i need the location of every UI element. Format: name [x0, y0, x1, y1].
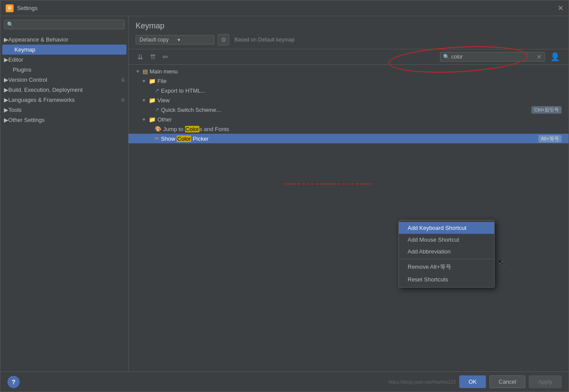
sidebar-item-version-control[interactable]: ▶ Version Control ⎘ [0, 75, 128, 85]
sidebar-item-plugins[interactable]: Plugins [0, 65, 128, 75]
keymap-title: Keymap [136, 21, 562, 31]
collapse-all-button[interactable]: ⇊ [136, 52, 145, 62]
sidebar-item-label-languages: Languages & Frameworks [8, 97, 75, 103]
sidebar-item-appearance[interactable]: ▶ Appearance & Behavior [0, 35, 128, 45]
main-content: Keymap Default copy ▼ ⚙ Based on Default… [129, 16, 569, 371]
sidebar-item-label-other-settings: Other Settings [8, 117, 45, 123]
sidebar-search-input[interactable] [15, 21, 122, 28]
title-bar: ⚙ Settings ✕ [0, 0, 569, 16]
tree-item-label-export-html: Export to HTML... [161, 87, 562, 94]
search-icon: 🔍 [443, 54, 450, 60]
tree-item-export-html[interactable]: ▶ ↗ Export to HTML... [129, 86, 569, 95]
export-html-icon: ↗ [155, 87, 159, 94]
view-folder-icon: 📁 [149, 97, 156, 104]
sidebar: 🔍 ▶ Appearance & Behavior Keymap ▶ Edito… [0, 16, 129, 371]
sidebar-item-build[interactable]: ▶ Build, Execution, Deployment [0, 85, 128, 95]
version-control-arrow-icon: ▶ [4, 76, 8, 83]
build-arrow-icon: ▶ [4, 87, 8, 93]
tree-item-quick-switch[interactable]: ▶ ↗ Quick Switch Scheme... Ctrl+后引号 [129, 105, 569, 114]
sidebar-item-tools[interactable]: ▶ Tools [0, 105, 128, 115]
file-folder-icon: 📁 [149, 78, 156, 84]
sidebar-item-label-plugins: Plugins [13, 66, 31, 73]
tree-item-view[interactable]: ▼ 📁 View [129, 95, 569, 105]
tree-item-label-jump-colors: Jump to Colors and Fonts [163, 126, 562, 132]
sidebar-item-other-settings[interactable]: ▶ Other Settings [0, 115, 128, 125]
tree-item-file[interactable]: ▼ 📁 File [129, 76, 569, 86]
search-input[interactable] [451, 54, 537, 60]
help-button[interactable]: ? [7, 376, 20, 388]
url-label: https://blog.csdn.net/htwhtw123 [388, 379, 456, 385]
sidebar-item-label-tools: Tools [8, 107, 21, 113]
tree-item-label-show-color-picker: Show Color Picker [161, 135, 538, 142]
search-clear-icon[interactable]: ✕ [537, 53, 542, 60]
context-menu-item-reset-shortcuts[interactable]: Reset Shortcuts [399, 274, 494, 285]
sidebar-item-languages[interactable]: ▶ Languages & Frameworks ⎘ [0, 95, 128, 105]
sidebar-item-label-keymap: Keymap [14, 46, 35, 53]
tree-item-label-view: View [157, 97, 562, 104]
tree-item-label-other: Other [157, 116, 562, 123]
jump-colors-icon: 🎨 [155, 126, 161, 132]
tree-item-main-menu[interactable]: ▼ ▤ Main menu [129, 66, 569, 76]
context-menu-separator [399, 259, 494, 259]
tree-item-jump-colors[interactable]: ▶ 🎨 Jump to Colors and Fonts [129, 124, 569, 134]
dropdown-arrow-icon: ▼ [177, 38, 210, 42]
keymap-controls: Default copy ▼ ⚙ Based on Default keymap [136, 34, 562, 45]
file-arrow-icon: ▼ [142, 79, 147, 83]
sidebar-item-label-version-control: Version Control [8, 76, 47, 83]
view-arrow-icon: ▼ [142, 98, 147, 103]
show-color-picker-shortcut-badge: Alt+等号 [538, 135, 562, 142]
editor-arrow-icon: ▶ [4, 56, 8, 63]
keymap-gear-button[interactable]: ⚙ [218, 34, 229, 45]
tree-area: ▼ ▤ Main menu ▼ 📁 File ▶ ↗ Export to HTM… [129, 65, 569, 371]
search-field-container: 🔍 ✕ [440, 52, 545, 62]
cursor-arrow-indicator: ↖ [498, 258, 505, 267]
settings-window: ⚙ Settings ✕ 🔍 ▶ Appearance & Behavior K… [0, 0, 569, 392]
close-button[interactable]: ✕ [558, 4, 563, 12]
app-icon: ⚙ [6, 4, 14, 12]
toolbar-row: ⇊ ⇈ ✏ 🔍 ✕ 👤 [129, 49, 569, 65]
other-settings-arrow-icon: ▶ [4, 117, 8, 123]
context-menu-item-add-mouse-shortcut[interactable]: Add Mouse Shortcut [399, 234, 494, 246]
tree-item-show-color-picker[interactable]: ▶ ✏ Show Color Picker Alt+等号 [129, 134, 569, 143]
tree-item-other[interactable]: ▼ 📁 Other [129, 114, 569, 124]
sidebar-item-editor[interactable]: ▶ Editor [0, 55, 128, 65]
expand-all-button[interactable]: ⇈ [148, 52, 157, 62]
other-folder-icon: 📁 [149, 116, 156, 123]
sidebar-items-list: ▶ Appearance & Behavior Keymap ▶ Editor … [0, 33, 128, 371]
context-menu-item-remove-alt[interactable]: Remove Alt+等号 [399, 260, 494, 274]
languages-arrow-icon: ▶ [4, 97, 8, 103]
tree-item-label-quick-switch: Quick Switch Scheme... [161, 107, 531, 113]
based-on-label: Based on Default keymap [234, 37, 294, 43]
keymap-dropdown[interactable]: Default copy ▼ [136, 35, 214, 45]
tools-arrow-icon: ▶ [4, 107, 8, 113]
main-menu-folder-icon: ▤ [143, 68, 148, 75]
quick-switch-icon: ↗ [155, 107, 159, 113]
tree-item-label-file: File [157, 78, 562, 84]
user-icon-button[interactable]: 👤 [548, 51, 562, 62]
cancel-button[interactable]: Cancel [489, 375, 525, 388]
quick-switch-shortcut-badge: Ctrl+后引号 [531, 106, 562, 114]
context-menu-item-add-abbreviation[interactable]: Add Abbreviation [399, 246, 494, 257]
context-menu: Add Keyboard Shortcut Add Mouse Shortcut… [398, 220, 495, 288]
sidebar-item-keymap[interactable]: Keymap [2, 45, 126, 55]
ok-button[interactable]: OK [459, 375, 486, 388]
edit-shortcut-button[interactable]: ✏ [161, 52, 170, 62]
tree-item-label-main-menu: Main menu [150, 68, 562, 75]
search-field[interactable]: 🔍 ✕ [440, 52, 545, 62]
window-title: Settings [17, 5, 558, 11]
appearance-arrow-icon: ▶ [4, 36, 8, 43]
show-color-picker-highlight: Color [177, 135, 191, 142]
sidebar-search-box[interactable]: 🔍 [4, 20, 125, 29]
red-squiggly-annotation [284, 184, 372, 184]
sidebar-search-icon: 🔍 [7, 21, 14, 28]
apply-button[interactable]: Apply [529, 375, 562, 388]
show-color-picker-icon: ✏ [155, 135, 159, 142]
bottom-bar: ? https://blog.csdn.net/htwhtw123 OK Can… [0, 371, 569, 392]
keymap-header: Keymap Default copy ▼ ⚙ Based on Default… [129, 16, 569, 49]
jump-colors-highlight: Color [185, 126, 199, 132]
context-menu-item-add-keyboard-shortcut[interactable]: Add Keyboard Shortcut [399, 222, 494, 234]
keymap-dropdown-value: Default copy [140, 37, 173, 43]
sidebar-item-label-editor: Editor [8, 56, 23, 63]
sidebar-item-label-appearance: Appearance & Behavior [8, 36, 68, 43]
sidebar-item-label-build: Build, Execution, Deployment [8, 87, 83, 93]
